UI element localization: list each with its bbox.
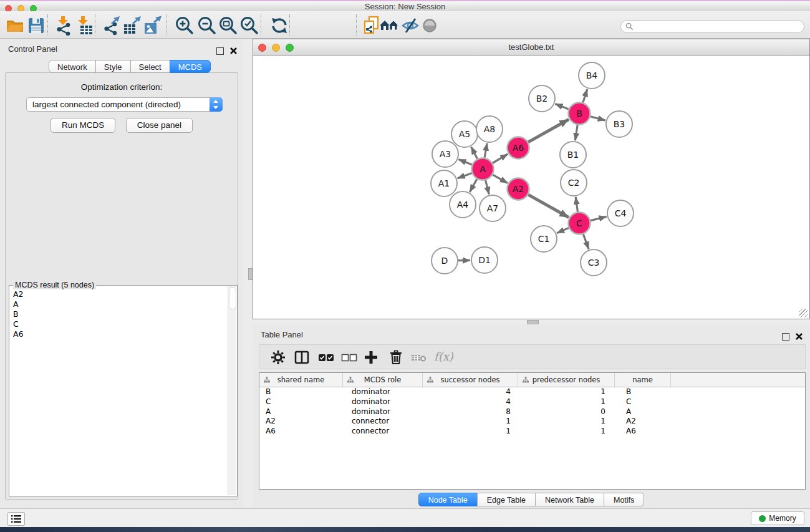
float-panel-icon[interactable] xyxy=(216,47,224,55)
zoom-out-icon[interactable] xyxy=(197,16,217,36)
hide-unhide-icon[interactable] xyxy=(400,16,420,36)
graph-node-C2[interactable]: C2 xyxy=(561,170,587,196)
create-column-plus-icon[interactable] xyxy=(364,350,378,365)
select-all-icon[interactable] xyxy=(318,350,333,365)
graph-edge-A-A6[interactable] xyxy=(493,154,508,163)
graph-node-C[interactable]: C xyxy=(569,213,591,235)
table-row[interactable]: A6connector11A6 xyxy=(259,426,805,436)
graph-edge-A-A5[interactable] xyxy=(471,147,478,158)
open-session-icon[interactable] xyxy=(5,16,25,36)
graph-edge-A-A4[interactable] xyxy=(470,179,477,192)
zoom-selected-icon[interactable] xyxy=(239,16,259,36)
graph-edge-A-A8[interactable] xyxy=(485,143,487,158)
graph-edge-C-C3[interactable] xyxy=(583,234,589,249)
graph-node-A7[interactable]: A7 xyxy=(480,195,506,221)
tab-network-table[interactable]: Network Table xyxy=(535,493,604,506)
tab-node-table[interactable]: Node Table xyxy=(418,493,478,506)
graph-node-A2[interactable]: A2 xyxy=(508,178,529,200)
graph-edge-B-B3[interactable] xyxy=(591,117,605,120)
graph-node-B[interactable]: B xyxy=(569,103,591,125)
search-input[interactable] xyxy=(637,21,802,33)
tab-mcds[interactable]: MCDS xyxy=(170,60,211,73)
table-row[interactable]: Cdominator41C xyxy=(259,397,805,407)
tab-style[interactable]: Style xyxy=(95,60,131,73)
save-session-icon[interactable] xyxy=(26,16,46,36)
zoom-fit-icon[interactable] xyxy=(218,16,238,36)
graph-node-A[interactable]: A xyxy=(472,158,494,180)
export-table-icon[interactable] xyxy=(122,16,142,36)
run-mcds-button[interactable]: Run MCDS xyxy=(51,118,115,133)
graph-edge-A-A1[interactable] xyxy=(458,173,472,178)
tab-edge-table[interactable]: Edge Table xyxy=(477,493,536,506)
refresh-icon[interactable] xyxy=(269,16,289,36)
close-panel-icon[interactable] xyxy=(230,46,237,57)
network-window-titlebar[interactable]: testGlobe.txt xyxy=(253,39,809,56)
graph-node-D1[interactable]: D1 xyxy=(471,247,498,273)
close-panel-button[interactable]: Close panel xyxy=(126,118,193,133)
graph-node-C3[interactable]: C3 xyxy=(581,249,607,276)
column-header-1[interactable]: MCDS role xyxy=(343,373,423,387)
table-row[interactable]: Bdominator41B xyxy=(259,387,805,397)
resize-grip-icon[interactable] xyxy=(799,309,808,317)
table-row[interactable]: Adominator80A xyxy=(259,407,805,417)
column-header-2[interactable]: successor nodes xyxy=(423,373,518,387)
toolbar-separator xyxy=(95,14,95,36)
mcds-result-item[interactable]: A xyxy=(11,299,227,309)
graph-node-A1[interactable]: A1 xyxy=(431,170,457,196)
mcds-result-item[interactable]: C xyxy=(11,319,227,329)
graph-edge-B-B1[interactable] xyxy=(575,125,577,140)
float-panel-icon[interactable] xyxy=(782,333,789,341)
export-image-icon[interactable] xyxy=(143,16,163,36)
tab-motifs[interactable]: Motifs xyxy=(604,493,644,506)
graph-edge-A6-B[interactable] xyxy=(528,120,569,142)
graph-node-B4[interactable]: B4 xyxy=(579,62,605,89)
graph-node-B2[interactable]: B2 xyxy=(529,85,555,112)
tab-select[interactable]: Select xyxy=(130,60,170,73)
close-panel-icon[interactable] xyxy=(796,331,803,342)
graph-node-A5[interactable]: A5 xyxy=(451,121,478,147)
tab-network[interactable]: Network xyxy=(49,60,96,73)
deselect-all-icon[interactable] xyxy=(341,350,356,365)
result-scrollbar[interactable] xyxy=(228,286,236,495)
horizontal-splitter-handle[interactable] xyxy=(527,320,539,324)
import-network-icon[interactable] xyxy=(54,16,74,36)
mcds-result-item[interactable]: B xyxy=(11,309,227,319)
graph-edge-C-C2[interactable] xyxy=(576,197,577,212)
criterion-select[interactable]: largest connected component (directed) xyxy=(26,97,223,112)
import-table-icon[interactable] xyxy=(74,16,94,36)
graph-node-A8[interactable]: A8 xyxy=(476,116,503,142)
graph-node-A3[interactable]: A3 xyxy=(432,141,458,167)
table-row[interactable]: A2connector11A2 xyxy=(259,416,805,426)
graph-edge-A-A2[interactable] xyxy=(493,175,508,183)
graph-node-B3[interactable]: B3 xyxy=(606,111,632,137)
graph-edge-C-C4[interactable] xyxy=(591,216,607,220)
svg-text:D: D xyxy=(441,256,448,266)
svg-text:C2: C2 xyxy=(568,178,580,188)
column-header-4[interactable]: name xyxy=(615,373,671,387)
graph-node-A4[interactable]: A4 xyxy=(450,191,476,218)
graph-node-D[interactable]: D xyxy=(432,248,458,274)
graph-node-B1[interactable]: B1 xyxy=(560,142,586,168)
column-header-0[interactable]: shared name xyxy=(259,373,343,387)
export-network-icon[interactable] xyxy=(102,16,122,36)
graph-edge-A2-C[interactable] xyxy=(528,195,569,217)
task-history-list-icon[interactable] xyxy=(7,512,25,526)
memory-button[interactable]: Memory xyxy=(751,511,804,525)
mcds-result-item[interactable]: A6 xyxy=(11,329,227,339)
table-settings-gear-icon[interactable] xyxy=(271,350,286,365)
delete-columns-trash-icon[interactable] xyxy=(388,350,403,365)
show-column-panel-icon[interactable] xyxy=(294,350,309,365)
graph-node-C1[interactable]: C1 xyxy=(531,226,557,252)
network-canvas[interactable]: B4B2BB3B1A5A8A6A3AA1A2A4A7C2CC4C1C3DD1 xyxy=(254,56,809,319)
graph-edge-A-A7[interactable] xyxy=(486,180,489,195)
graph-node-C4[interactable]: C4 xyxy=(607,200,634,226)
zoom-in-icon[interactable] xyxy=(175,16,195,36)
graph-edge-B-B4[interactable] xyxy=(583,89,587,103)
graph-edge-C-C1[interactable] xyxy=(557,228,569,233)
home-neighbors-icon[interactable] xyxy=(379,16,399,36)
graph-node-A6[interactable]: A6 xyxy=(508,137,529,159)
graph-edge-A-A3[interactable] xyxy=(458,160,471,165)
column-header-3[interactable]: predecessor nodes xyxy=(518,373,615,387)
graph-edge-B-B2[interactable] xyxy=(555,104,568,110)
mcds-result-item[interactable]: A2 xyxy=(11,289,227,299)
